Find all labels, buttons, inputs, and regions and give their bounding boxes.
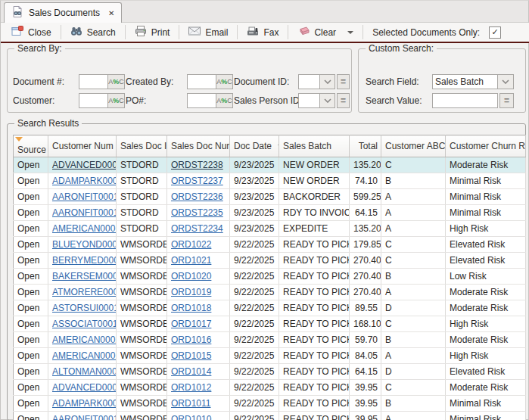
sales_doc_num-link[interactable]: ORD1015 <box>171 350 211 361</box>
table-row[interactable]: OpenASTORSUI0001WMSORDERORD10189/22/2025… <box>14 300 526 316</box>
table-row[interactable]: OpenATMORERE0001WMSORDERORD10199/22/2025… <box>14 285 526 300</box>
cell-sales_batch: READY TO PICK <box>279 396 350 412</box>
sales_doc_num-link[interactable]: ORDST2237 <box>171 176 223 186</box>
col-header-customer_abcd[interactable]: Customer ABCD <box>381 135 446 157</box>
search-value-equals-button[interactable]: = <box>499 93 514 108</box>
sales_doc_num-link[interactable]: ORD1022 <box>171 239 211 250</box>
document-id-dropdown-chevron-icon[interactable] <box>320 74 335 89</box>
document-number-wildcard-button[interactable]: A%C <box>108 74 125 89</box>
sales_doc_num-link[interactable]: ORDST2234 <box>171 223 223 234</box>
print-button[interactable]: Print <box>127 24 178 40</box>
cell-customer_churn_risk: High Risk <box>446 221 526 237</box>
table-row[interactable]: OpenAARONFIT0001WMSORDERORD10109/22/2025… <box>14 412 526 420</box>
customer-wildcard-button[interactable]: A%C <box>108 93 125 108</box>
search-value-input[interactable] <box>432 93 498 108</box>
customer_num-link[interactable]: ASTORSUI0001 <box>52 303 117 313</box>
customer_num-link[interactable]: AMERICAN0002 <box>52 334 117 345</box>
fax-button[interactable]: Fax <box>239 25 286 40</box>
customer-input[interactable] <box>79 93 108 108</box>
sales_doc_num-link[interactable]: ORD1010 <box>171 414 211 420</box>
customer_num-link[interactable]: AMERICAN0001 <box>52 350 117 361</box>
cell-sales_doc_num: ORDST2234 <box>167 221 230 237</box>
customer_num-link[interactable]: ADAMPARK0001 <box>52 176 117 186</box>
selected-documents-only-checkbox[interactable]: ✓ <box>489 26 501 39</box>
sales_doc_num-link[interactable]: ORDST2236 <box>171 191 223 202</box>
po-number-wildcard-button[interactable]: A%C <box>216 93 233 108</box>
table-row[interactable]: OpenAMERICAN0002WMSORDERORD10169/22/2025… <box>14 332 526 348</box>
search-field-dropdown-chevron-icon[interactable] <box>498 74 514 89</box>
close-button[interactable]: Close <box>4 24 59 40</box>
customer_num-link[interactable]: ADVANCED0001 <box>52 382 117 393</box>
col-header-sales_doc_id[interactable]: Sales Doc ID <box>117 135 167 157</box>
customer_num-link[interactable]: ASSOCIAT0001 <box>52 319 117 329</box>
table-row[interactable]: OpenALTONMAN0001WMSORDERORD10149/22/2025… <box>14 364 526 380</box>
col-header-sales_batch[interactable]: Sales Batch <box>279 135 350 157</box>
cell-doc_date: 9/22/2025 <box>230 396 279 412</box>
table-row[interactable]: OpenADVANCED0001WMSORDERORD10129/22/2025… <box>14 380 526 396</box>
customer_num-link[interactable]: AMERICAN0001 <box>52 223 117 234</box>
customer_num-link[interactable]: ATMORERE0001 <box>52 287 117 297</box>
table-row[interactable]: OpenAMERICAN0001STDORDORDST22349/23/2025… <box>14 221 526 237</box>
col-header-customer_num[interactable]: Customer Num <box>48 135 117 157</box>
table-row[interactable]: OpenBERRYMED0001WMSORDERORD10219/22/2025… <box>14 253 526 269</box>
table-row[interactable]: OpenASSOCIAT0001WMSORDERORD10179/22/2025… <box>14 316 526 332</box>
table-row[interactable]: OpenAARONFIT0001STDORDORDST22359/23/2025… <box>14 205 526 221</box>
sales_doc_num-link[interactable]: ORD1019 <box>171 287 211 297</box>
table-row[interactable]: OpenBAKERSEM0001WMSORDERORD10209/22/2025… <box>14 269 526 285</box>
sales_doc_num-link[interactable]: ORD1011 <box>171 398 210 409</box>
search-button[interactable]: Search <box>63 24 123 40</box>
document-number-input[interactable] <box>79 74 108 89</box>
cell-customer_num: ADVANCED0001 <box>48 380 117 396</box>
tab-close-icon[interactable]: ✕ <box>108 9 114 17</box>
col-header-source[interactable]: Source <box>14 135 48 157</box>
sales_doc_num-link[interactable]: ORD1018 <box>171 303 211 313</box>
col-header-sales_doc_num[interactable]: Sales Doc Num <box>167 135 230 157</box>
tab-sales-documents[interactable]: Sales Documents ✕ <box>4 2 122 23</box>
document-id-dropdown[interactable] <box>298 74 320 89</box>
table-row[interactable]: OpenADAMPARK0001STDORDORDST22379/23/2025… <box>14 173 526 189</box>
customer_num-link[interactable]: BAKERSEM0001 <box>52 271 117 282</box>
table-row[interactable]: OpenADVANCED0001STDORDORDST22389/23/2025… <box>14 157 526 173</box>
po-number-input[interactable] <box>187 93 216 108</box>
filter-icon[interactable] <box>15 137 23 142</box>
table-row[interactable]: OpenBLUEYOND0001WMSORDERORD10229/22/2025… <box>14 237 526 253</box>
customer_num-link[interactable]: BERRYMED0001 <box>52 255 117 266</box>
customer_num-link[interactable]: AARONFIT0001 <box>52 207 117 218</box>
customer_num-link[interactable]: AARONFIT0001 <box>52 191 117 202</box>
created-by-input[interactable] <box>187 74 216 89</box>
cell-customer_churn_risk: High Risk <box>446 348 526 364</box>
customer_num-link[interactable]: ADAMPARK0001 <box>52 398 117 409</box>
cell-sales_doc_id: STDORD <box>117 189 167 205</box>
col-header-total[interactable]: Total <box>350 135 381 157</box>
col-header-doc_date[interactable]: Doc Date <box>230 135 279 157</box>
email-button[interactable]: Email <box>181 25 235 39</box>
table-row[interactable]: OpenADAMPARK0001WMSORDERORD10119/22/2025… <box>14 396 526 412</box>
sales_doc_num-link[interactable]: ORDST2238 <box>171 160 223 170</box>
sales-person-id-equals-button[interactable]: = <box>337 93 350 108</box>
sales_doc_num-link[interactable]: ORDST2235 <box>171 207 223 218</box>
sales_doc_num-link[interactable]: ORD1012 <box>171 382 211 393</box>
sales_doc_num-link[interactable]: ORD1020 <box>171 271 211 282</box>
search-field-dropdown[interactable]: Sales Batch <box>432 74 498 89</box>
col-header-label: Total <box>359 141 378 151</box>
created-by-wildcard-button[interactable]: A%C <box>216 74 233 89</box>
table-row[interactable]: OpenAARONFIT0001STDORDORDST22369/23/2025… <box>14 189 526 205</box>
table-row[interactable]: OpenAMERICAN0001WMSORDERORD10159/22/2025… <box>14 348 526 364</box>
sales_doc_num-link[interactable]: ORD1016 <box>171 334 211 345</box>
document-id-equals-button[interactable]: = <box>337 74 350 89</box>
clear-dropdown-caret-icon[interactable] <box>347 31 353 34</box>
sales_doc_num-link[interactable]: ORD1014 <box>171 366 211 377</box>
customer_num-link[interactable]: BLUEYOND0001 <box>52 239 117 250</box>
sales-person-id-dropdown[interactable] <box>298 93 320 108</box>
document-id-label: Document ID: <box>234 76 289 87</box>
sales_doc_num-link[interactable]: ORD1021 <box>171 255 211 266</box>
sales-person-id-dropdown-chevron-icon[interactable] <box>320 93 335 108</box>
envelope-icon <box>188 26 201 38</box>
customer_num-link[interactable]: ADVANCED0001 <box>52 160 117 170</box>
customer_num-link[interactable]: AARONFIT0001 <box>52 414 117 420</box>
clear-button[interactable]: Clear <box>290 25 361 39</box>
col-header-customer_churn_risk[interactable]: Customer Churn Risk <box>446 135 526 157</box>
cell-customer_abcd: C <box>381 157 446 173</box>
sales_doc_num-link[interactable]: ORD1017 <box>171 319 211 329</box>
customer_num-link[interactable]: ALTONMAN0001 <box>52 366 117 377</box>
